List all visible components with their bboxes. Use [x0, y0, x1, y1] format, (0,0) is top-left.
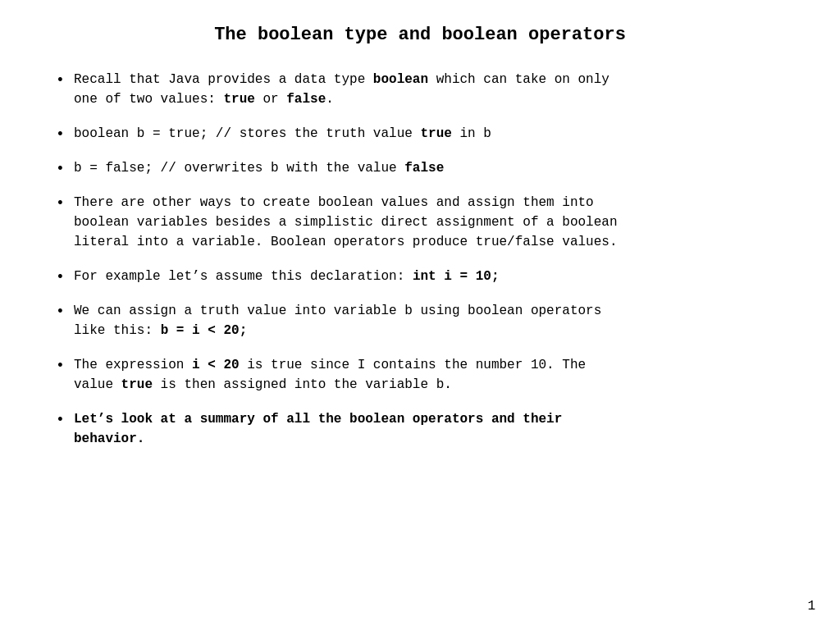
page-number: 1 — [807, 599, 815, 614]
bullet5-text: We can assign a truth value into variabl… — [74, 304, 601, 338]
list-item-1: Recall that Java provides a data type bo… — [49, 70, 799, 109]
bullet4-text: For example let’s assume this declaratio… — [74, 269, 500, 284]
bold-expr: i < 20 — [192, 358, 240, 372]
bullet1-text: Recall that Java provides a data type bo… — [74, 72, 609, 107]
bold-assign-expr: b = i < 20; — [161, 323, 248, 338]
bullet-list: Recall that Java provides a data type bo… — [49, 70, 799, 449]
list-item-2b: b = false; // overwrites b with the valu… — [49, 158, 799, 178]
list-item-6: The expression i < 20 is true since I co… — [49, 355, 799, 395]
list-item-5: We can assign a truth value into variabl… — [49, 301, 799, 340]
bullet3-text: There are other ways to create boolean v… — [74, 195, 618, 249]
bold-false: false — [286, 92, 326, 107]
list-item-7: Let’s look at a summary of all the boole… — [49, 409, 799, 449]
bullet7-text: Let’s look at a summary of all the boole… — [74, 412, 562, 446]
bold-true: true — [223, 92, 254, 107]
page-title: The boolean type and boolean operators — [41, 25, 799, 45]
bullet2b-text: b = false; // overwrites b with the valu… — [74, 161, 444, 176]
bold-true-2: true — [420, 126, 451, 141]
bold-summary: Let’s look at a summary of all the boole… — [74, 412, 562, 446]
bold-boolean: boolean — [373, 72, 428, 87]
bold-true-3: true — [121, 377, 153, 392]
list-item-4: For example let’s assume this declaratio… — [49, 267, 799, 286]
bold-int-decl: int i = 10; — [413, 269, 500, 284]
bullet6-text: The expression i < 20 is true since I co… — [74, 358, 586, 392]
list-item-2a: boolean b = true; // stores the truth va… — [49, 124, 799, 144]
bullet2a-text: boolean b = true; // stores the truth va… — [74, 126, 491, 141]
main-content: Recall that Java provides a data type bo… — [49, 70, 799, 449]
list-item-3: There are other ways to create boolean v… — [49, 193, 799, 252]
bold-false-2: false — [404, 161, 444, 176]
